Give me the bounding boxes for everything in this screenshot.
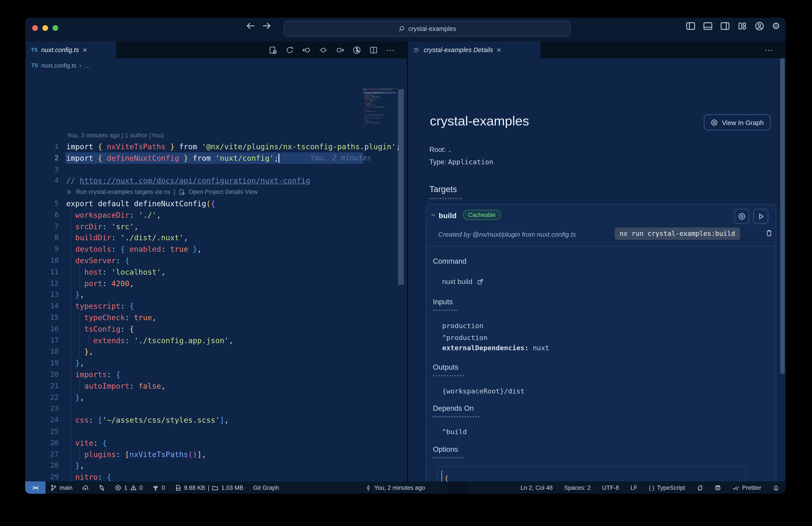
ports[interactable]: 0 (153, 484, 165, 491)
nav-circle-icon[interactable] (319, 46, 328, 54)
ellipsis-icon[interactable]: ⋯ (386, 45, 394, 55)
cursor-position[interactable]: Ln 2, Col 48 (521, 484, 553, 491)
maximize-window-button[interactable] (53, 25, 58, 31)
code-line[interactable]: 25 (25, 426, 407, 437)
close-window-button[interactable] (32, 25, 38, 31)
sidebar-right-icon[interactable] (720, 21, 730, 31)
code-line[interactable]: 23 (25, 403, 407, 414)
code-line[interactable]: 7 srcDir: 'src', (25, 221, 407, 232)
close-tab-icon[interactable]: ✕ (83, 47, 87, 53)
typescript-file-icon: TS (31, 47, 38, 53)
run-target-button[interactable] (753, 209, 768, 224)
vertical-scrollbar[interactable] (398, 89, 404, 285)
code-line[interactable]: 24 css: ['~/assets/css/styles.scss'], (25, 414, 407, 426)
code-line[interactable]: 9 devtools: { enabled: true }, (25, 243, 407, 255)
options-json-line: { (445, 473, 449, 481)
gear-icon[interactable]: ⚙ (772, 21, 780, 31)
type-line: Type: Application (430, 158, 493, 166)
squirrel-icon (697, 484, 703, 491)
options-json-editor[interactable]: { "cwd": "."} (437, 466, 746, 481)
codelens-open-details[interactable]: Open Project Details View (189, 186, 258, 198)
layout-grid-icon[interactable] (737, 21, 747, 31)
code-line[interactable]: 15 typeCheck: true, (25, 312, 407, 323)
sidebar-left-icon[interactable] (686, 21, 696, 31)
code-line[interactable]: 22 }, (25, 392, 407, 403)
command-center-search[interactable]: crystal-examples (284, 21, 570, 37)
code-line[interactable]: 26 vite: { (25, 437, 407, 449)
history-back-icon[interactable] (246, 21, 255, 30)
frog-extension[interactable] (715, 484, 721, 491)
code-line[interactable]: 4// https://nuxt.com/docs/api/configurat… (25, 175, 407, 187)
external-link-icon[interactable] (476, 278, 483, 285)
code-line[interactable]: 6 workspaceDir: './', (25, 209, 407, 221)
minimap[interactable]: import { nxViteTsPaths } from '@nx/vite/… (363, 88, 397, 177)
code-area[interactable]: You, 3 minutes ago | 1 author (You)1impo… (25, 72, 407, 481)
nav-back-icon[interactable] (302, 46, 311, 54)
more-actions-icon[interactable]: ⋯ (765, 42, 773, 58)
tab-project-details[interactable]: crystal-examples Details ✕ (408, 42, 541, 58)
code-line[interactable]: 5export default defineNuxtConfig({ (25, 198, 407, 209)
line-number: 5 (25, 198, 59, 209)
prettier[interactable]: Prettier (733, 484, 761, 491)
copy-icon[interactable] (765, 229, 773, 237)
code-line[interactable]: 12 port: 4200, (25, 278, 407, 289)
eol[interactable]: LF (630, 484, 637, 491)
command-value[interactable]: nuxt build (442, 278, 483, 286)
lens-run-icon[interactable] (66, 189, 72, 195)
language-mode[interactable]: { }TypeScript (649, 484, 685, 491)
code-line[interactable]: 1import { nxViteTsPaths } from '@nx/vite… (25, 141, 407, 152)
panel-bottom-icon[interactable] (703, 21, 713, 31)
blame-status[interactable]: You, 2 minutes ago (365, 484, 425, 491)
zoom-indicator[interactable] (448, 481, 468, 494)
refresh-icon[interactable] (286, 46, 294, 54)
indentation[interactable]: Spaces: 2 (564, 484, 591, 491)
diff-file-icon[interactable] (269, 46, 277, 54)
code-line[interactable]: 14 typescript: { (25, 300, 407, 312)
code-line[interactable]: 16 tsConfig: { (25, 323, 407, 335)
nav-forward-icon[interactable] (336, 46, 344, 54)
squirrel-extension[interactable] (697, 484, 703, 491)
tab-nuxt-config[interactable]: TS nuxt.config.ts ✕ (26, 42, 116, 58)
breadcrumb-file[interactable]: nuxt.config.ts (41, 62, 76, 69)
code-line[interactable]: 13 }, (25, 289, 407, 300)
breadcrumb-symbol[interactable]: … (85, 62, 90, 69)
code-line[interactable]: 3 (25, 164, 407, 175)
history-forward-icon[interactable] (262, 21, 271, 30)
file-size[interactable]: 9.88 KB|1.03 MB (175, 484, 244, 491)
minimize-window-button[interactable] (42, 25, 48, 31)
nx-run-command-chip[interactable]: nx run crystal-examples:build (615, 227, 740, 240)
remote-indicator[interactable]: >< (25, 481, 45, 494)
code-line[interactable]: 17 extends: './tsconfig.app.json', (25, 335, 407, 346)
code-line[interactable]: 11 host: 'localhost', (25, 266, 407, 278)
panel-scrollbar[interactable] (780, 58, 785, 374)
code-line[interactable]: 28 }, (25, 460, 407, 471)
view-in-graph-button[interactable]: View In Graph (704, 114, 770, 130)
code-line[interactable]: 18 }, (25, 346, 407, 357)
collapse-chevron-icon[interactable] (430, 212, 436, 220)
git-compare[interactable] (99, 484, 105, 491)
code-line[interactable]: 2import { defineNuxtConfig } from 'nuxt/… (25, 152, 407, 164)
notifications[interactable] (773, 484, 779, 491)
codelens-row: Run crystal-examples targets via nx|Open… (25, 186, 407, 198)
view-target-graph-button[interactable] (734, 209, 749, 224)
publish-changes[interactable] (82, 484, 89, 491)
code-line[interactable]: 21 autoImport: false, (25, 380, 407, 392)
code-line[interactable]: 8 buildDir: './dist/.nuxt', (25, 232, 407, 244)
code-line[interactable]: 19 }, (25, 357, 407, 369)
codelens-run-targets[interactable]: Run crystal-examples targets via nx (76, 186, 170, 198)
split-icon[interactable] (369, 46, 378, 54)
line-number: 13 (25, 289, 59, 300)
code-line[interactable]: 10 devServer: { (25, 255, 407, 266)
git-graph[interactable]: Git Graph (253, 484, 279, 491)
account-icon[interactable] (755, 21, 764, 31)
code-line[interactable]: 20 imports: { (25, 369, 407, 380)
breadcrumb[interactable]: TS nuxt.config.ts › … (31, 58, 90, 72)
git-branch[interactable]: main (50, 484, 73, 491)
run-graph-icon[interactable] (352, 46, 361, 54)
close-tab-icon[interactable]: ✕ (496, 47, 501, 53)
code-line[interactable]: 27 plugins: [nxViteTsPaths()], (25, 449, 407, 460)
lens-open-icon[interactable] (179, 189, 185, 195)
code-line[interactable]: 29 nitro: { (25, 471, 407, 481)
problems[interactable]: 10 (115, 484, 143, 491)
encoding[interactable]: UTF-8 (602, 484, 619, 491)
